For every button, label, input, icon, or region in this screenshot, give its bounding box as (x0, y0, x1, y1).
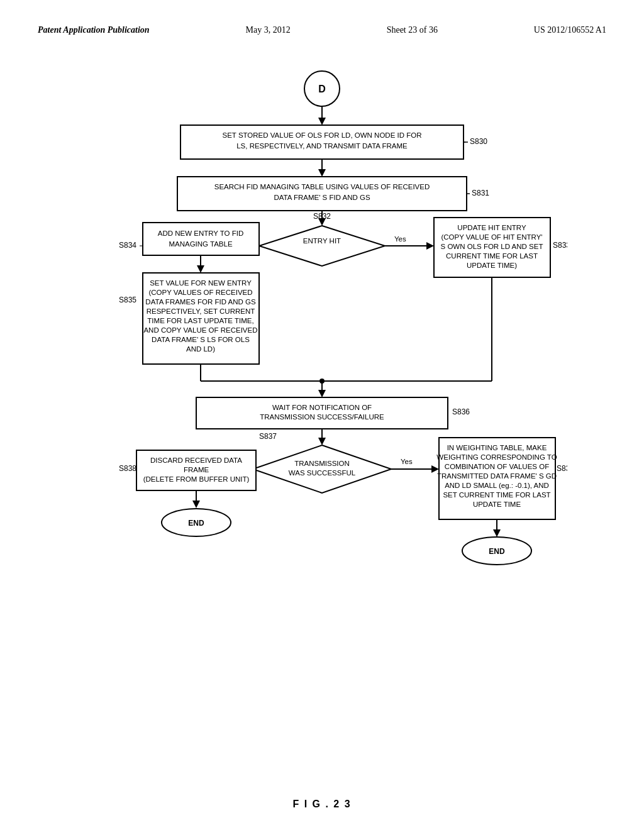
s836-text-2: TRANSMISSION SUCCESS/FAILURE (260, 413, 384, 421)
s833-label: S833 (553, 241, 567, 250)
figure-caption: F I G . 2 3 (38, 799, 606, 810)
header-publication-label: Patent Application Publication (38, 25, 150, 35)
s831-text-1: SEARCH FID MANAGING TABLE USING VALUES O… (214, 183, 430, 191)
s830-label: S830 (470, 137, 487, 146)
page: Patent Application Publication May 3, 20… (0, 0, 644, 830)
svg-marker-6 (318, 169, 326, 177)
page-header: Patent Application Publication May 3, 20… (38, 25, 606, 35)
svg-marker-2 (318, 118, 326, 125)
svg-marker-12 (426, 242, 434, 250)
s835-text-1: SET VALUE FOR NEW ENTRY (150, 279, 252, 287)
s830-text-2: LS, RESPECTIVELY, AND TRANSMIT DATA FRAM… (236, 142, 408, 150)
s832-label: S832 (313, 212, 331, 221)
s834-text-1: ADD NEW ENTRY TO FID (158, 230, 244, 237)
s837-text-1: TRANSMISSION (294, 460, 350, 467)
yes-label-s837: Yes (401, 458, 413, 465)
s838-text-3: (DELETE FROM BUFFER UNIT) (143, 475, 250, 483)
s839-text-5: AND LD SMALL (eg.: -0.1), AND (445, 482, 549, 489)
s836-label: S836 (452, 407, 470, 416)
s835-text-4: RESPECTIVELY, SET CURRENT (147, 307, 255, 315)
end1-text: END (188, 519, 204, 528)
start-node-label: D (318, 84, 326, 94)
s835-label: S835 (119, 296, 136, 304)
header-patent-number: US 2012/106552 A1 (534, 25, 606, 35)
s831-text-2: DATA FRAME' S FID AND GS (274, 194, 370, 201)
svg-rect-17 (143, 223, 259, 255)
flowchart-container: D SET STORED VALUE OF OLS FOR LD, OWN NO… (77, 54, 567, 786)
header-date: May 3, 2012 (246, 25, 291, 35)
s839-text-4: TRANSMITTED DATA FRAME' S GD (437, 472, 557, 480)
s833-text-4: CURRENT TIME FOR LAST (446, 252, 538, 260)
svg-marker-42 (493, 529, 501, 537)
yes-label-s832: Yes (394, 235, 406, 243)
s838-label: S838 (119, 464, 136, 473)
s838-text-2: FRAME (184, 466, 209, 473)
svg-marker-30 (318, 438, 326, 445)
s835-text-3: DATA FRAMES FOR FID AND GS (145, 298, 256, 306)
s838-text-1: DISCARD RECEIVED DATA (150, 456, 242, 464)
s835-text-7: DATA FRAME' S LS FOR OLS (152, 336, 250, 343)
s837-text-2: WAS SUCCESSFUL (289, 469, 356, 477)
s833-text-3: S OWN OLS FOR LD AND SET (441, 243, 543, 250)
s839-text-6: SET CURRENT TIME FOR LAST (443, 491, 550, 499)
svg-marker-39 (192, 501, 200, 508)
s831-label: S831 (472, 189, 489, 197)
s834-text-2: MANAGING TABLE (169, 240, 233, 248)
s839-text-3: COMBINATION OF VALUES OF (445, 463, 549, 470)
svg-marker-19 (197, 265, 204, 273)
s837-label: S837 (259, 432, 277, 441)
s836-text-1: WAIT FOR NOTIFICATION OF (272, 404, 372, 411)
s833-text-1: UPDATE HIT ENTRY (457, 224, 526, 231)
s839-text-1: IN WEIGHTING TABLE, MAKE (447, 444, 547, 451)
s834-label: S834 (119, 241, 136, 250)
s830-text-1: SET STORED VALUE OF OLS FOR LD, OWN NODE… (223, 131, 422, 139)
header-sheet: Sheet 23 of 36 (387, 25, 438, 35)
s832-text: ENTRY HIT (303, 237, 341, 245)
s833-text-2: (COPY VALUE OF HIT ENTRY' (441, 233, 542, 241)
s835-text-6: AND COPY VALUE OF RECEIVED (143, 326, 257, 334)
s835-text-8: AND LD) (186, 345, 215, 353)
s839-text-7: UPDATE TIME (473, 501, 521, 508)
s835-text-2: (COPY VALUES OF RECEIVED (148, 289, 252, 296)
svg-marker-10 (259, 226, 385, 266)
s839-label: S839 (557, 464, 567, 473)
s833-text-5: UPDATE TIME) (467, 262, 517, 269)
end2-text: END (489, 547, 505, 556)
s839-text-2: WEIGHTING CORRESPONDING TO (436, 453, 557, 461)
s835-text-5: TIME FOR LAST UPDATE TIME, (147, 317, 253, 324)
svg-point-27 (319, 379, 325, 384)
svg-marker-26 (318, 390, 326, 397)
